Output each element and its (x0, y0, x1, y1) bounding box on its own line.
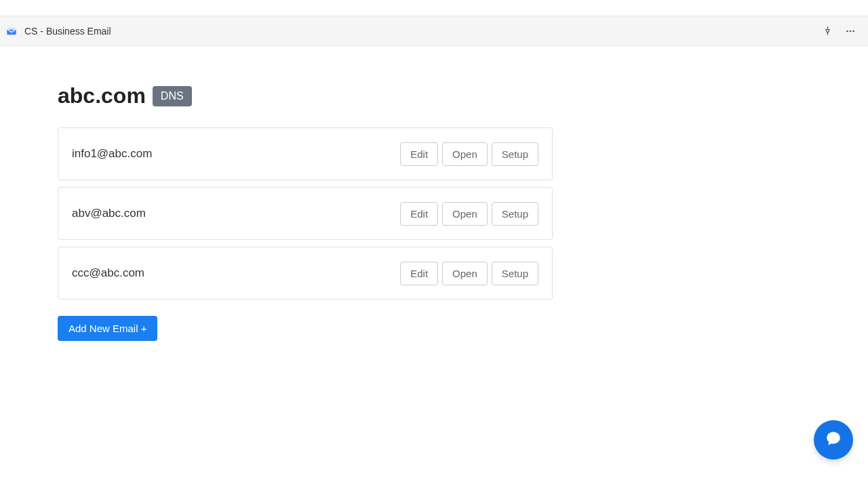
pin-icon[interactable] (821, 24, 834, 38)
setup-button[interactable]: Setup (492, 142, 538, 166)
open-button[interactable]: Open (442, 142, 488, 166)
dns-badge[interactable]: DNS (153, 86, 192, 106)
app-bar-left: CS - Business Email (5, 25, 111, 37)
open-button[interactable]: Open (442, 262, 488, 285)
domain-title: abc.com (58, 83, 146, 108)
svg-point-2 (846, 30, 848, 32)
email-actions: Edit Open Setup (400, 262, 538, 285)
app-title: CS - Business Email (24, 26, 111, 37)
email-row: info1@abc.com Edit Open Setup (58, 127, 553, 180)
setup-button[interactable]: Setup (492, 262, 538, 285)
email-row: abv@abc.com Edit Open Setup (58, 187, 553, 240)
app-bar: CS - Business Email (0, 16, 868, 46)
open-button[interactable]: Open (442, 202, 488, 226)
email-address: info1@abc.com (72, 147, 152, 161)
edit-button[interactable]: Edit (400, 262, 438, 285)
more-icon[interactable] (844, 24, 857, 38)
email-list: info1@abc.com Edit Open Setup abv@abc.co… (58, 127, 553, 300)
mail-icon (5, 25, 18, 37)
page-header: abc.com DNS (58, 83, 868, 108)
svg-rect-1 (7, 28, 16, 29)
edit-button[interactable]: Edit (400, 142, 438, 166)
email-actions: Edit Open Setup (400, 142, 538, 166)
window-titlebar-space (0, 0, 868, 16)
app-bar-right (821, 24, 863, 38)
chat-icon (825, 430, 842, 450)
email-address: ccc@abc.com (72, 266, 144, 280)
main-content: abc.com DNS info1@abc.com Edit Open Setu… (0, 46, 868, 341)
email-address: abv@abc.com (72, 207, 146, 220)
edit-button[interactable]: Edit (400, 202, 438, 226)
add-new-email-button[interactable]: Add New Email + (58, 316, 157, 341)
email-actions: Edit Open Setup (400, 202, 538, 226)
chat-fab[interactable] (814, 420, 853, 460)
email-row: ccc@abc.com Edit Open Setup (58, 247, 553, 300)
setup-button[interactable]: Setup (492, 202, 538, 226)
svg-point-4 (852, 30, 854, 32)
svg-point-3 (850, 30, 852, 32)
